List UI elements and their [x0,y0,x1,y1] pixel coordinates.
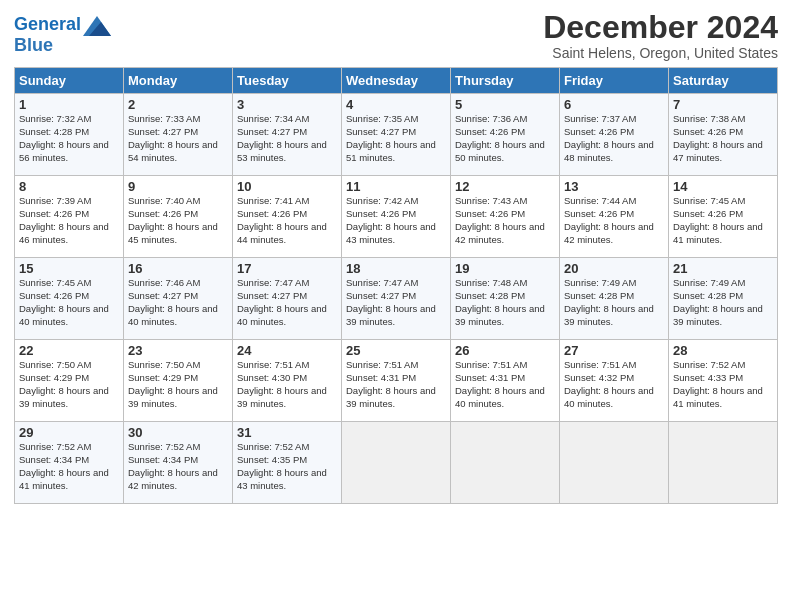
day-info: Sunrise: 7:35 AMSunset: 4:27 PMDaylight:… [346,113,446,164]
day-number: 27 [564,343,664,358]
location: Saint Helens, Oregon, United States [543,45,778,61]
day-number: 7 [673,97,773,112]
day-info: Sunrise: 7:45 AMSunset: 4:26 PMDaylight:… [19,277,119,328]
day-number: 21 [673,261,773,276]
calendar-cell: 20Sunrise: 7:49 AMSunset: 4:28 PMDayligh… [560,258,669,340]
calendar-cell: 19Sunrise: 7:48 AMSunset: 4:28 PMDayligh… [451,258,560,340]
page-container: General Blue December 2024 Saint Helens,… [0,0,792,514]
day-info: Sunrise: 7:52 AMSunset: 4:34 PMDaylight:… [128,441,228,492]
day-info: Sunrise: 7:46 AMSunset: 4:27 PMDaylight:… [128,277,228,328]
day-info: Sunrise: 7:45 AMSunset: 4:26 PMDaylight:… [673,195,773,246]
calendar-cell: 5Sunrise: 7:36 AMSunset: 4:26 PMDaylight… [451,94,560,176]
day-number: 26 [455,343,555,358]
day-info: Sunrise: 7:32 AMSunset: 4:28 PMDaylight:… [19,113,119,164]
day-number: 3 [237,97,337,112]
calendar-cell [342,422,451,504]
week-row-4: 22Sunrise: 7:50 AMSunset: 4:29 PMDayligh… [15,340,778,422]
calendar-cell: 31Sunrise: 7:52 AMSunset: 4:35 PMDayligh… [233,422,342,504]
calendar-cell: 26Sunrise: 7:51 AMSunset: 4:31 PMDayligh… [451,340,560,422]
col-thursday: Thursday [451,68,560,94]
day-info: Sunrise: 7:48 AMSunset: 4:28 PMDaylight:… [455,277,555,328]
calendar-cell: 13Sunrise: 7:44 AMSunset: 4:26 PMDayligh… [560,176,669,258]
logo: General Blue [14,14,111,56]
calendar-cell: 10Sunrise: 7:41 AMSunset: 4:26 PMDayligh… [233,176,342,258]
calendar-cell: 18Sunrise: 7:47 AMSunset: 4:27 PMDayligh… [342,258,451,340]
day-number: 9 [128,179,228,194]
day-number: 11 [346,179,446,194]
day-info: Sunrise: 7:52 AMSunset: 4:34 PMDaylight:… [19,441,119,492]
logo-text: General [14,15,81,35]
day-info: Sunrise: 7:36 AMSunset: 4:26 PMDaylight:… [455,113,555,164]
day-info: Sunrise: 7:47 AMSunset: 4:27 PMDaylight:… [346,277,446,328]
calendar-cell [451,422,560,504]
day-number: 22 [19,343,119,358]
calendar-cell: 28Sunrise: 7:52 AMSunset: 4:33 PMDayligh… [669,340,778,422]
day-number: 20 [564,261,664,276]
col-friday: Friday [560,68,669,94]
day-number: 14 [673,179,773,194]
day-info: Sunrise: 7:51 AMSunset: 4:32 PMDaylight:… [564,359,664,410]
calendar-cell: 29Sunrise: 7:52 AMSunset: 4:34 PMDayligh… [15,422,124,504]
calendar-cell: 30Sunrise: 7:52 AMSunset: 4:34 PMDayligh… [124,422,233,504]
calendar-cell [560,422,669,504]
day-info: Sunrise: 7:51 AMSunset: 4:31 PMDaylight:… [346,359,446,410]
day-number: 4 [346,97,446,112]
day-info: Sunrise: 7:40 AMSunset: 4:26 PMDaylight:… [128,195,228,246]
day-number: 12 [455,179,555,194]
logo-icon [83,14,111,36]
day-info: Sunrise: 7:41 AMSunset: 4:26 PMDaylight:… [237,195,337,246]
day-info: Sunrise: 7:34 AMSunset: 4:27 PMDaylight:… [237,113,337,164]
col-tuesday: Tuesday [233,68,342,94]
logo-text2: Blue [14,36,111,56]
calendar-cell: 1Sunrise: 7:32 AMSunset: 4:28 PMDaylight… [15,94,124,176]
day-number: 31 [237,425,337,440]
week-row-2: 8Sunrise: 7:39 AMSunset: 4:26 PMDaylight… [15,176,778,258]
day-info: Sunrise: 7:52 AMSunset: 4:35 PMDaylight:… [237,441,337,492]
day-info: Sunrise: 7:42 AMSunset: 4:26 PMDaylight:… [346,195,446,246]
calendar-cell: 7Sunrise: 7:38 AMSunset: 4:26 PMDaylight… [669,94,778,176]
day-number: 1 [19,97,119,112]
day-number: 5 [455,97,555,112]
day-info: Sunrise: 7:43 AMSunset: 4:26 PMDaylight:… [455,195,555,246]
month-title: December 2024 [543,10,778,45]
calendar-cell: 12Sunrise: 7:43 AMSunset: 4:26 PMDayligh… [451,176,560,258]
calendar-cell: 9Sunrise: 7:40 AMSunset: 4:26 PMDaylight… [124,176,233,258]
calendar-cell: 16Sunrise: 7:46 AMSunset: 4:27 PMDayligh… [124,258,233,340]
day-info: Sunrise: 7:33 AMSunset: 4:27 PMDaylight:… [128,113,228,164]
col-sunday: Sunday [15,68,124,94]
day-info: Sunrise: 7:37 AMSunset: 4:26 PMDaylight:… [564,113,664,164]
day-number: 18 [346,261,446,276]
calendar-cell: 25Sunrise: 7:51 AMSunset: 4:31 PMDayligh… [342,340,451,422]
calendar-cell: 15Sunrise: 7:45 AMSunset: 4:26 PMDayligh… [15,258,124,340]
day-info: Sunrise: 7:49 AMSunset: 4:28 PMDaylight:… [564,277,664,328]
day-number: 24 [237,343,337,358]
day-number: 19 [455,261,555,276]
calendar-cell: 11Sunrise: 7:42 AMSunset: 4:26 PMDayligh… [342,176,451,258]
col-saturday: Saturday [669,68,778,94]
day-number: 16 [128,261,228,276]
week-row-3: 15Sunrise: 7:45 AMSunset: 4:26 PMDayligh… [15,258,778,340]
day-number: 10 [237,179,337,194]
calendar-cell: 4Sunrise: 7:35 AMSunset: 4:27 PMDaylight… [342,94,451,176]
day-info: Sunrise: 7:51 AMSunset: 4:31 PMDaylight:… [455,359,555,410]
day-number: 28 [673,343,773,358]
day-number: 17 [237,261,337,276]
header: General Blue December 2024 Saint Helens,… [14,10,778,61]
day-info: Sunrise: 7:39 AMSunset: 4:26 PMDaylight:… [19,195,119,246]
day-number: 23 [128,343,228,358]
day-info: Sunrise: 7:44 AMSunset: 4:26 PMDaylight:… [564,195,664,246]
day-number: 15 [19,261,119,276]
day-info: Sunrise: 7:49 AMSunset: 4:28 PMDaylight:… [673,277,773,328]
calendar-cell: 22Sunrise: 7:50 AMSunset: 4:29 PMDayligh… [15,340,124,422]
calendar-cell: 24Sunrise: 7:51 AMSunset: 4:30 PMDayligh… [233,340,342,422]
calendar-cell: 23Sunrise: 7:50 AMSunset: 4:29 PMDayligh… [124,340,233,422]
day-number: 8 [19,179,119,194]
header-row: Sunday Monday Tuesday Wednesday Thursday… [15,68,778,94]
calendar-cell: 2Sunrise: 7:33 AMSunset: 4:27 PMDaylight… [124,94,233,176]
calendar-cell: 6Sunrise: 7:37 AMSunset: 4:26 PMDaylight… [560,94,669,176]
calendar-table: Sunday Monday Tuesday Wednesday Thursday… [14,67,778,504]
day-number: 29 [19,425,119,440]
calendar-cell: 8Sunrise: 7:39 AMSunset: 4:26 PMDaylight… [15,176,124,258]
calendar-cell: 3Sunrise: 7:34 AMSunset: 4:27 PMDaylight… [233,94,342,176]
week-row-5: 29Sunrise: 7:52 AMSunset: 4:34 PMDayligh… [15,422,778,504]
